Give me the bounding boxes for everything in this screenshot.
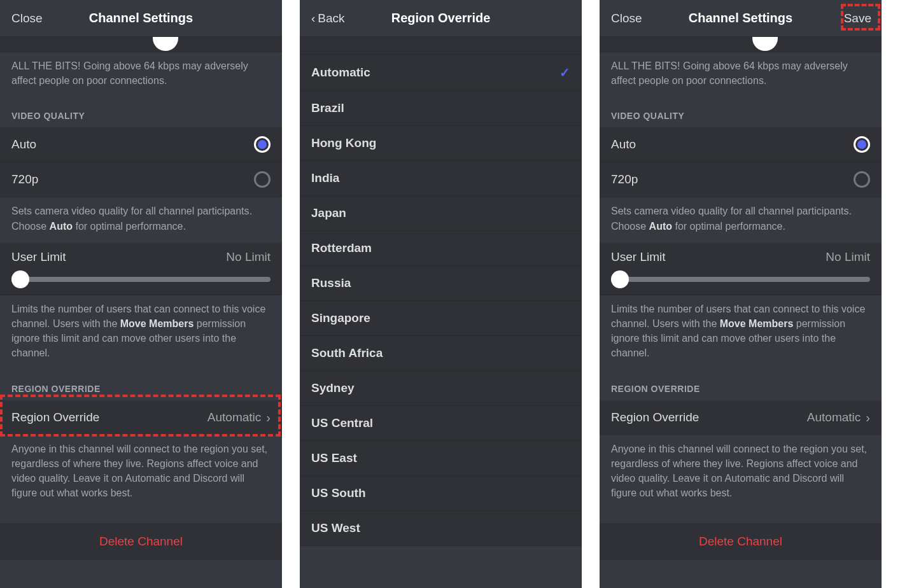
- region-item-automatic[interactable]: Automatic ✓: [300, 55, 582, 91]
- video-option-auto[interactable]: Auto: [600, 127, 882, 162]
- bitrate-description: ALL THE BITS! Going above 64 kbps may ad…: [0, 52, 282, 97]
- channel-settings-panel-2: Close Channel Settings Save ALL THE BITS…: [600, 0, 882, 588]
- video-quality-header: VIDEO QUALITY: [600, 97, 882, 127]
- item-label: Automatic: [311, 66, 370, 80]
- back-label: Back: [318, 11, 344, 25]
- region-item-sydney[interactable]: Sydney: [300, 371, 582, 406]
- radio-selected-icon: [854, 136, 870, 153]
- option-label: Auto: [11, 137, 36, 151]
- chevron-left-icon: ‹: [311, 11, 315, 25]
- region-item-japan[interactable]: Japan: [300, 196, 582, 231]
- item-label: Brazil: [311, 101, 344, 115]
- text: for optimal performance.: [73, 221, 186, 232]
- radio-unselected-icon: [254, 171, 271, 188]
- slider-thumb-icon[interactable]: [11, 270, 29, 288]
- video-quality-header: VIDEO QUALITY: [0, 97, 282, 127]
- radio-unselected-icon: [854, 171, 870, 188]
- region-item-us-west[interactable]: US West: [300, 511, 582, 546]
- user-limit-description: Limits the number of users that can conn…: [0, 295, 282, 370]
- item-label: Hong Kong: [311, 136, 376, 150]
- slider-thumb-icon[interactable]: [611, 270, 629, 288]
- check-icon: ✓: [559, 65, 570, 80]
- toggle-knob: [752, 37, 778, 51]
- region-row-value: Automatic: [807, 410, 861, 424]
- save-button[interactable]: Save: [844, 11, 871, 25]
- text-bold: Move Members: [120, 318, 194, 329]
- item-label: US West: [311, 521, 360, 535]
- region-override-header: REGION OVERRIDE: [0, 370, 282, 400]
- user-limit-description: Limits the number of users that can conn…: [600, 295, 882, 370]
- region-item-us-central[interactable]: US Central: [300, 406, 582, 441]
- region-override-header: REGION OVERRIDE: [600, 370, 882, 400]
- region-item-south-africa[interactable]: South Africa: [300, 336, 582, 371]
- item-label: Rotterdam: [311, 241, 372, 255]
- close-button[interactable]: Close: [11, 11, 43, 25]
- region-item-singapore[interactable]: Singapore: [300, 301, 582, 336]
- item-label: Japan: [311, 206, 346, 220]
- user-limit-value: No Limit: [226, 250, 271, 264]
- region-item-india[interactable]: India: [300, 161, 582, 196]
- user-limit-value: No Limit: [826, 250, 870, 264]
- region-item-us-east[interactable]: US East: [300, 441, 582, 476]
- region-row-label: Region Override: [611, 410, 699, 424]
- video-option-720p[interactable]: 720p: [600, 162, 882, 197]
- delete-channel-button[interactable]: Delete Channel: [0, 523, 282, 560]
- region-row-label: Region Override: [11, 410, 99, 424]
- bitrate-description: ALL THE BITS! Going above 64 kbps may ad…: [600, 52, 882, 97]
- text: for optimal performance.: [672, 221, 785, 232]
- region-row-value: Automatic: [207, 410, 261, 424]
- back-button[interactable]: ‹ Back: [311, 11, 345, 25]
- user-limit-label: User Limit: [611, 250, 666, 264]
- text-bold: Move Members: [720, 318, 794, 329]
- item-label: Singapore: [311, 311, 370, 325]
- region-override-description: Anyone in this channel will connect to t…: [600, 435, 882, 510]
- chevron-right-icon: ›: [866, 410, 870, 425]
- user-limit-slider[interactable]: User Limit No Limit: [600, 242, 882, 295]
- chevron-right-icon: ›: [266, 410, 271, 425]
- region-item-rotterdam[interactable]: Rotterdam: [300, 231, 582, 266]
- bitrate-toggle-partial[interactable]: [600, 37, 882, 52]
- item-label: US Central: [311, 416, 373, 430]
- user-limit-slider[interactable]: User Limit No Limit: [0, 242, 282, 295]
- item-label: South Africa: [311, 346, 383, 360]
- radio-selected-icon: [254, 136, 271, 153]
- spacer: [300, 37, 582, 55]
- slider-track[interactable]: [11, 277, 271, 282]
- region-override-description: Anyone in this channel will connect to t…: [0, 435, 282, 510]
- page-title: Region Override: [391, 11, 491, 25]
- delete-channel-button[interactable]: Delete Channel: [600, 523, 882, 560]
- video-quality-description: Sets camera video quality for all channe…: [600, 197, 882, 242]
- content: ALL THE BITS! Going above 64 kbps may ad…: [0, 37, 282, 588]
- text-bold: Auto: [50, 221, 73, 232]
- region-item-hong-kong[interactable]: Hong Kong: [300, 126, 582, 161]
- region-item-us-south[interactable]: US South: [300, 476, 582, 511]
- video-option-720p[interactable]: 720p: [0, 162, 282, 197]
- header: Close Channel Settings: [0, 0, 282, 37]
- slider-track[interactable]: [611, 277, 870, 282]
- option-label: 720p: [11, 172, 38, 186]
- region-override-row[interactable]: Region Override Automatic ›: [0, 400, 282, 435]
- video-option-auto[interactable]: Auto: [0, 127, 282, 162]
- toggle-knob: [153, 37, 178, 51]
- item-label: US East: [311, 451, 357, 465]
- option-label: Auto: [611, 137, 636, 151]
- content: ALL THE BITS! Going above 64 kbps may ad…: [600, 37, 882, 588]
- video-quality-description: Sets camera video quality for all channe…: [0, 197, 282, 242]
- region-override-panel: ‹ Back Region Override Automatic ✓ Brazi…: [300, 0, 582, 588]
- region-list: Automatic ✓ Brazil Hong Kong India Japan…: [300, 37, 582, 588]
- region-override-row[interactable]: Region Override Automatic ›: [600, 400, 882, 435]
- header: ‹ Back Region Override: [300, 0, 582, 37]
- region-item-brazil[interactable]: Brazil: [300, 91, 582, 126]
- bitrate-toggle-partial[interactable]: [0, 37, 282, 52]
- page-title: Channel Settings: [689, 11, 792, 25]
- header: Close Channel Settings Save: [600, 0, 882, 37]
- close-button[interactable]: Close: [611, 11, 642, 25]
- text-bold: Auto: [649, 221, 672, 232]
- item-label: India: [311, 171, 339, 185]
- item-label: Sydney: [311, 381, 355, 395]
- region-item-russia[interactable]: Russia: [300, 266, 582, 301]
- option-label: 720p: [611, 172, 638, 186]
- item-label: US South: [311, 486, 366, 500]
- user-limit-label: User Limit: [11, 250, 66, 264]
- item-label: Russia: [311, 276, 351, 290]
